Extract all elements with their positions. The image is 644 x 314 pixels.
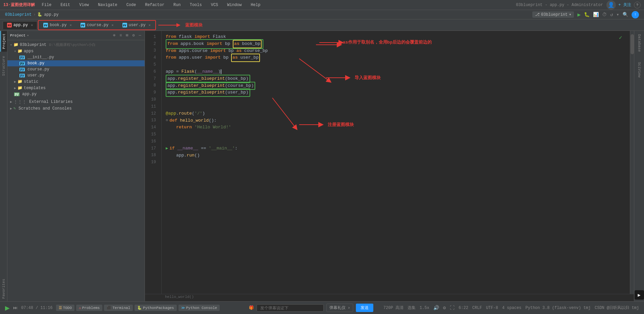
- menu-vcs[interactable]: VCS: [209, 2, 220, 8]
- panel-tab-strip: Project Structure Favorites: [0, 31, 7, 301]
- debug-button[interactable]: 🐛: [584, 12, 590, 17]
- panel-tab-structure[interactable]: Structure: [1, 53, 7, 78]
- code-content[interactable]: from flask import Flask from apps.book i…: [162, 31, 634, 294]
- menu-refactor[interactable]: Refactor: [143, 2, 166, 8]
- menu-bar: 13·蓝图使用详解 File Edit View Navigate Code R…: [0, 0, 644, 10]
- tree-item-app-py[interactable]: py app.py: [7, 91, 145, 97]
- ext-lib-icon: ⋮⋮⋮: [13, 99, 26, 105]
- tab-close-app[interactable]: ✕: [31, 23, 33, 27]
- problems-tab[interactable]: ⚠ Problems: [76, 305, 102, 311]
- tree-item-init[interactable]: py __init__.py: [7, 54, 145, 60]
- indent: 4 spaces: [502, 306, 522, 310]
- tab-bar: py app.py ✕ py book.py ✕ py course.py ✕ …: [0, 19, 644, 31]
- file-tree: ▾ 📁 03blueprint D:\视频课程\python\小白 ▾ 📁 ap…: [7, 40, 145, 301]
- tab-book-py[interactable]: py book.py ✕: [39, 21, 75, 29]
- ln-9: 9: [145, 89, 159, 96]
- tree-item-root[interactable]: ▾ 📁 03blueprint D:\视频课程\python\小白: [7, 42, 145, 48]
- todo-tab[interactable]: ☰ TODO: [56, 305, 74, 311]
- branch-selector[interactable]: ⎇ 03blueprint ▾: [532, 11, 574, 18]
- static-label: static: [24, 79, 38, 84]
- skip-forward-button[interactable]: ⏭: [13, 305, 18, 311]
- course-py-icon: py: [19, 68, 25, 71]
- scratches-label: Scratches and Consoles: [18, 106, 71, 111]
- toolbar-icon-settings[interactable]: ⚙: [132, 32, 136, 39]
- toolbar-icon-sort[interactable]: ⊞: [125, 32, 129, 39]
- terminal-tab[interactable]: ⬛ Terminal: [104, 305, 133, 311]
- play-pause-button[interactable]: ▶: [5, 304, 10, 312]
- tab-course-py[interactable]: py course.py ✕: [76, 21, 118, 29]
- tab-label-book: book.py: [50, 23, 66, 27]
- update-button[interactable]: ↑: [632, 11, 639, 18]
- panel-tab-favorites[interactable]: Favorites: [1, 276, 7, 301]
- profile-button[interactable]: ⏱: [602, 12, 607, 17]
- problems-icon: ⚠: [79, 306, 81, 310]
- root-arrow: ▾: [10, 43, 12, 47]
- tab-label-course: course.py: [87, 23, 109, 27]
- user-avatar[interactable]: 👤: [606, 0, 616, 10]
- follow-button[interactable]: + 关注: [619, 2, 631, 8]
- python-version[interactable]: Python 3.8 (flask-venv) tmj: [526, 306, 591, 310]
- breadcrumb: 03blueprint › 🐍 app.py: [5, 12, 59, 17]
- help-button[interactable]: ?: [634, 2, 641, 8]
- menu-file[interactable]: File: [40, 2, 54, 8]
- user-label: user.py: [28, 73, 44, 78]
- tree-item-user[interactable]: py user.py: [7, 72, 145, 78]
- tree-item-book[interactable]: py book.py: [7, 60, 145, 66]
- menu-navigate[interactable]: Navigate: [96, 2, 119, 8]
- tab-app-py[interactable]: py app.py ✕: [3, 21, 37, 29]
- toolbar-icon-close[interactable]: —: [138, 33, 142, 39]
- run-button[interactable]: ▶: [577, 11, 581, 18]
- menu-help[interactable]: Help: [249, 2, 263, 8]
- menu-view[interactable]: View: [77, 2, 91, 8]
- settings-icon[interactable]: ⚙: [443, 305, 446, 311]
- right-tab-database[interactable]: Database: [636, 31, 643, 55]
- volume-icon[interactable]: 🔊: [433, 305, 439, 311]
- breadcrumb-project[interactable]: 03blueprint: [5, 12, 32, 17]
- code-line-4: from apps.user import bp as user_bp: [166, 54, 630, 61]
- tree-item-course[interactable]: py course.py: [7, 66, 145, 72]
- book-py-icon: py: [19, 62, 25, 65]
- toolbar-icon-locate[interactable]: ⊕: [112, 32, 116, 39]
- select-episode[interactable]: 选集: [408, 305, 416, 311]
- right-tab-sciview[interactable]: SciView: [636, 59, 643, 81]
- panel-tab-project[interactable]: Project: [0, 31, 7, 52]
- ln-12: 12: [145, 110, 159, 117]
- tree-item-ext-lib[interactable]: ▶ ⋮⋮⋮ External Libraries: [7, 99, 145, 105]
- search-button[interactable]: 🔍: [623, 12, 628, 17]
- tab-close-book[interactable]: ✕: [70, 23, 72, 27]
- barrage-input[interactable]: [257, 304, 324, 312]
- barrage-etiquette[interactable]: 弹幕礼仪 ›: [326, 304, 353, 312]
- tab-user-py[interactable]: py user.py ✕: [118, 21, 155, 29]
- python-packages-tab[interactable]: 🐍 PythonPackages: [135, 305, 176, 311]
- breadcrumb-file[interactable]: app.py: [44, 12, 58, 17]
- python-console-tab[interactable]: ≫ Python Console: [178, 305, 220, 311]
- speed-selector[interactable]: 1.5x: [420, 306, 429, 310]
- code-line-19: [166, 159, 630, 166]
- scrollbar[interactable]: [630, 31, 634, 294]
- fullscreen-icon[interactable]: ⛶: [450, 305, 454, 311]
- project-title: Project ▾: [10, 34, 29, 38]
- tab-icon-book: py: [43, 23, 48, 27]
- menu-edit[interactable]: Edit: [58, 2, 72, 8]
- tree-item-static[interactable]: ▶ 📁 static: [7, 78, 145, 85]
- ext-lib-arrow: ▶: [10, 100, 12, 104]
- project-dropdown-arrow[interactable]: ▾: [27, 34, 29, 38]
- tree-item-scratches[interactable]: ▶ ✎ Scratches and Consoles: [7, 105, 145, 112]
- video-player-icon[interactable]: ▶: [635, 290, 644, 300]
- tree-item-apps[interactable]: ▾ 📁 apps: [7, 48, 145, 54]
- menu-tools[interactable]: Tools: [188, 2, 204, 8]
- send-button[interactable]: 发送: [356, 304, 373, 312]
- tab-close-user[interactable]: ✕: [149, 23, 151, 27]
- tree-item-templates[interactable]: ▶ 📁 templates: [7, 85, 145, 91]
- coverage-button[interactable]: 📊: [593, 12, 599, 17]
- reload-button[interactable]: ↺: [610, 12, 613, 17]
- ln-6: 6: [145, 68, 159, 75]
- scrollbar-thumb[interactable]: [631, 34, 634, 54]
- more-button[interactable]: ▾: [616, 12, 619, 17]
- menu-code[interactable]: Code: [124, 2, 138, 8]
- toolbar-icon-collapse[interactable]: ≡: [119, 33, 122, 39]
- tab-close-course[interactable]: ✕: [112, 23, 114, 27]
- menu-window[interactable]: Window: [225, 2, 244, 8]
- menu-run[interactable]: Run: [171, 2, 183, 8]
- resolution-selector[interactable]: 720P 高清: [383, 305, 404, 311]
